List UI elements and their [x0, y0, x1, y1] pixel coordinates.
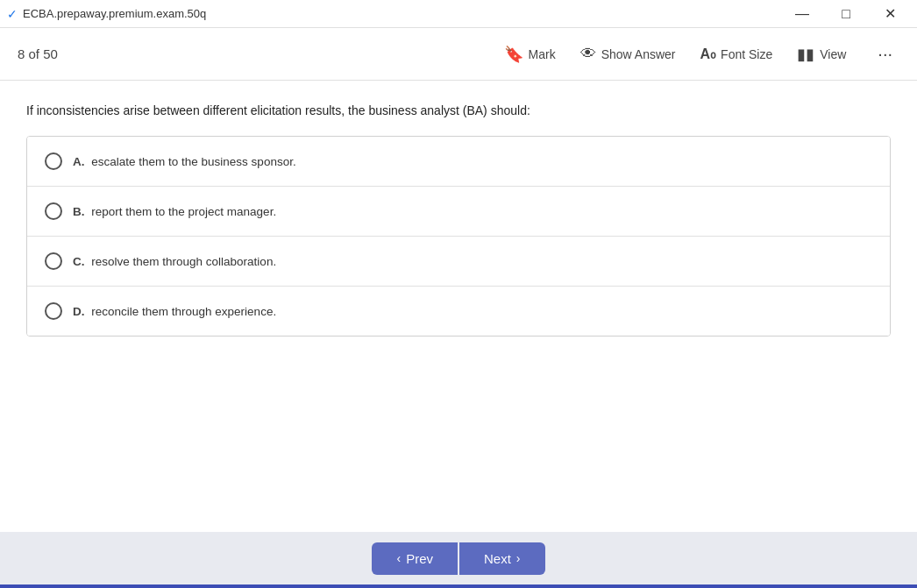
option-text-2: resolve them through collaboration. — [91, 255, 276, 268]
title-bar-controls: — □ ✕ — [782, 0, 910, 28]
question-text: If inconsistencies arise between differe… — [26, 102, 891, 120]
eye-icon: 👁 — [580, 45, 596, 63]
maximize-button[interactable]: □ — [826, 0, 866, 28]
check-icon: ✓ — [7, 7, 18, 21]
bottom-nav: ‹ Prev Next › — [0, 532, 917, 584]
option-label-0: A. escalate them to the business sponsor… — [73, 155, 296, 168]
radio-button-2[interactable] — [45, 252, 62, 270]
prev-button[interactable]: ‹ Prev — [372, 542, 458, 575]
radio-button-1[interactable] — [45, 202, 62, 220]
option-letter-0: A. — [73, 155, 88, 168]
next-label: Next — [484, 551, 511, 566]
option-letter-1: B. — [73, 205, 88, 218]
font-size-button[interactable]: A₀ Font Size — [700, 46, 773, 62]
options-container: A. escalate them to the business sponsor… — [26, 136, 891, 337]
mark-button[interactable]: 🔖 Mark — [504, 45, 556, 64]
option-letter-3: D. — [73, 305, 88, 318]
toolbar-right: 🔖 Mark 👁 Show Answer A₀ Font Size ▮▮ Vie… — [504, 40, 899, 67]
radio-button-0[interactable] — [45, 152, 62, 170]
option-row-c[interactable]: C. resolve them through collaboration. — [27, 237, 890, 287]
view-button[interactable]: ▮▮ View — [797, 45, 846, 64]
option-letter-2: C. — [73, 255, 88, 268]
view-icon: ▮▮ — [797, 45, 814, 64]
toolbar: 8 of 50 🔖 Mark 👁 Show Answer A₀ Font Siz… — [0, 28, 917, 81]
title-bar-left: ✓ ECBA.prepaway.premium.exam.50q — [7, 7, 206, 21]
next-chevron-icon: › — [516, 551, 521, 565]
font-size-label: Font Size — [721, 47, 772, 61]
show-answer-label: Show Answer — [601, 47, 676, 61]
option-label-3: D. reconcile them through experience. — [73, 305, 276, 318]
option-text-1: report them to the project manager. — [91, 205, 276, 218]
question-counter: 8 of 50 — [18, 46, 58, 61]
bookmark-icon: 🔖 — [504, 45, 523, 64]
app-title: ECBA.prepaway.premium.exam.50q — [23, 7, 206, 20]
view-label: View — [820, 47, 846, 61]
main-content: If inconsistencies arise between differe… — [0, 81, 917, 532]
option-row-a[interactable]: A. escalate them to the business sponsor… — [27, 137, 890, 187]
close-button[interactable]: ✕ — [870, 0, 910, 28]
option-row-d[interactable]: D. reconcile them through experience. — [27, 287, 890, 336]
option-text-0: escalate them to the business sponsor. — [91, 155, 295, 168]
show-answer-button[interactable]: 👁 Show Answer — [580, 45, 676, 63]
option-row-b[interactable]: B. report them to the project manager. — [27, 187, 890, 237]
minimize-button[interactable]: — — [782, 0, 822, 28]
next-button[interactable]: Next › — [459, 542, 545, 575]
title-bar: ✓ ECBA.prepaway.premium.exam.50q — □ ✕ — [0, 0, 917, 28]
font-size-icon: A₀ — [700, 46, 716, 62]
status-bar — [0, 584, 917, 588]
more-button[interactable]: ··· — [871, 40, 899, 67]
radio-button-3[interactable] — [45, 302, 62, 320]
prev-chevron-icon: ‹ — [396, 551, 401, 565]
option-text-3: reconcile them through experience. — [91, 305, 276, 318]
option-label-1: B. report them to the project manager. — [73, 205, 276, 218]
mark-label: Mark — [529, 47, 556, 61]
option-label-2: C. resolve them through collaboration. — [73, 255, 276, 268]
prev-label: Prev — [406, 551, 433, 566]
